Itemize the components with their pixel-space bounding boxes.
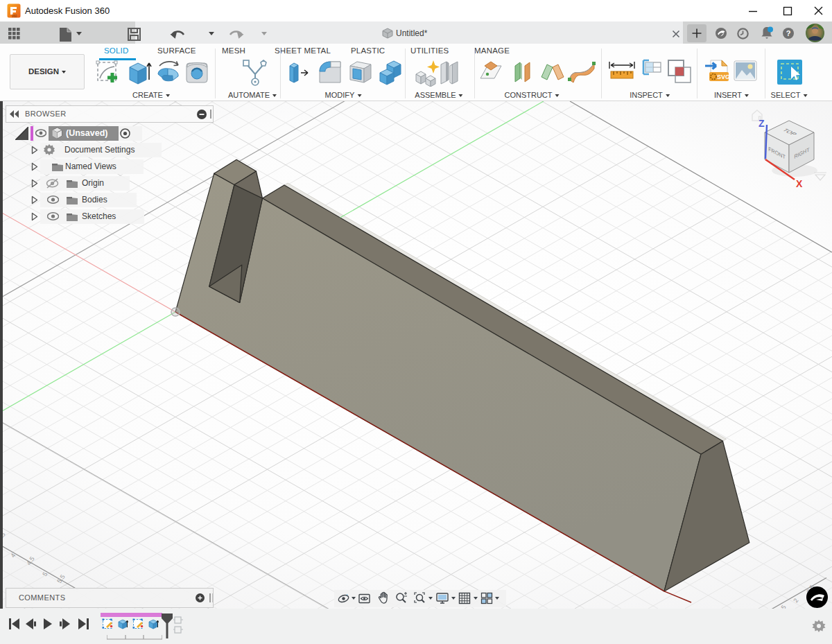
- svg-text:5: 5: [41, 571, 49, 577]
- svg-text:5.5: 5.5: [55, 573, 66, 584]
- svg-text:2: 2: [792, 597, 799, 604]
- svg-text:SVG: SVG: [717, 73, 730, 80]
- svg-text:360: 360: [12, 15, 17, 18]
- svg-text:X: X: [796, 178, 803, 189]
- svg-text:?: ?: [786, 29, 791, 37]
- svg-text:4: 4: [9, 552, 17, 559]
- svg-text:Z: Z: [759, 118, 765, 129]
